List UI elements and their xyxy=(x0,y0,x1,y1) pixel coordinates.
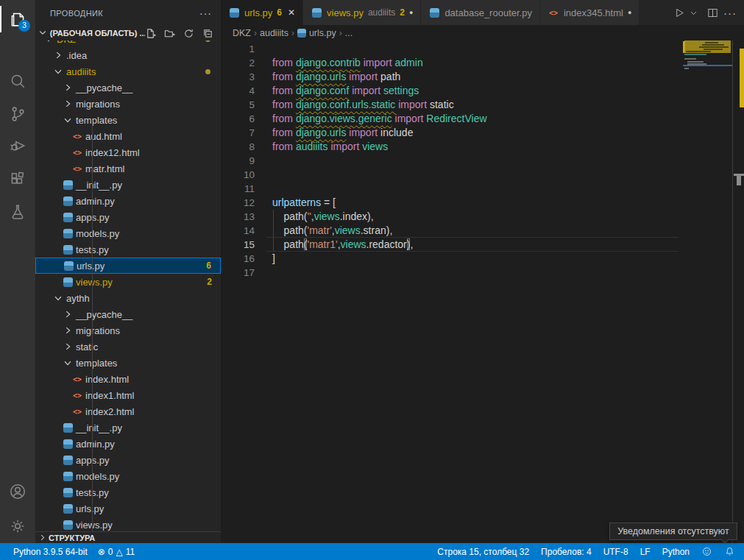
tree-item-migrations[interactable]: migrations xyxy=(35,96,221,112)
tree-item-templates[interactable]: templates xyxy=(35,112,221,128)
run-dropdown-chevron-icon[interactable] xyxy=(690,9,698,17)
modified-dot-icon[interactable]: ● xyxy=(409,9,413,16)
tree-item-__init__.py[interactable]: __init__.py xyxy=(35,419,221,436)
status-eol[interactable]: LF xyxy=(640,547,651,557)
tab-database_roouter.py[interactable]: database_roouter.py xyxy=(421,0,540,25)
tree-item-admin.py[interactable]: admin.py xyxy=(35,193,221,209)
code-line-5[interactable]: 5from django.conf.urls.static import sta… xyxy=(221,98,683,112)
tree-item-apps.py[interactable]: apps.py xyxy=(35,452,221,468)
tree-item-index.html[interactable]: <>index.html xyxy=(35,371,221,387)
status-language-mode[interactable]: Python xyxy=(662,547,690,557)
status-problems[interactable]: ⊗0△11 xyxy=(98,547,135,557)
code-line-7[interactable]: 7from django.urls import include xyxy=(221,126,683,140)
tree-item-static[interactable]: static xyxy=(35,339,221,355)
split-editor-icon[interactable] xyxy=(706,7,719,19)
breadcrumb-item[interactable]: ... xyxy=(345,28,352,38)
code-line-2[interactable]: 2from django.contrib import admin xyxy=(221,56,683,70)
sidebar-title: ПРОВОДНИК xyxy=(50,9,103,18)
modified-dot-icon[interactable]: ● xyxy=(628,9,631,16)
line-number: 17 xyxy=(221,266,255,280)
minimap[interactable] xyxy=(683,40,732,543)
code-line-14[interactable]: 14 path('matr',views.stran), xyxy=(221,224,683,238)
code-line-10[interactable]: 10 xyxy=(221,168,683,182)
tree-item-urls.py[interactable]: urls.py xyxy=(35,500,221,517)
tree-item-apps.py[interactable]: apps.py xyxy=(35,209,221,225)
new-folder-icon[interactable] xyxy=(164,28,175,39)
tree-item-templates[interactable]: templates xyxy=(35,355,221,371)
code-line-17[interactable]: 17 xyxy=(221,266,683,280)
code-line-6[interactable]: 6from django.views.generic import Redire… xyxy=(221,112,683,126)
more-actions-icon[interactable]: ··· xyxy=(723,7,737,19)
code-line-3[interactable]: 3from django.urls import path xyxy=(221,70,683,84)
modified-dot xyxy=(205,69,210,74)
testing-icon[interactable] xyxy=(0,196,35,228)
breadcrumb-item[interactable]: DKZ xyxy=(233,28,251,38)
tree-item-aud.html[interactable]: <>aud.html xyxy=(35,128,221,144)
sidebar-explorer: ПРОВОДНИК ··· (РАБОЧАЯ ОБЛАСТЬ) ... DKZ.… xyxy=(35,0,221,543)
source-control-icon[interactable] xyxy=(0,98,35,130)
search-icon[interactable] xyxy=(0,65,35,97)
tree-item-__pycache__[interactable]: __pycache__ xyxy=(35,79,221,96)
code-line-16[interactable]: 16] xyxy=(221,252,683,266)
collapse-all-icon[interactable] xyxy=(202,28,213,39)
tree-item-.idea[interactable]: .idea xyxy=(35,47,221,63)
tree-item-models.py[interactable]: models.py xyxy=(35,225,221,241)
status-indentation[interactable]: Пробелов: 4 xyxy=(541,547,592,557)
run-button-icon[interactable] xyxy=(673,7,685,19)
errors-icon: ⊗ xyxy=(98,547,105,557)
outline-section-header[interactable]: СТРУКТУРА xyxy=(35,531,221,543)
overview-ruler[interactable] xyxy=(732,40,744,543)
tree-item-tests.py[interactable]: tests.py xyxy=(35,241,221,258)
tree-item-matr.html[interactable]: <>matr.html xyxy=(35,160,221,177)
tree-item-models.py[interactable]: models.py xyxy=(35,468,221,484)
tab-index345.html[interactable]: <>index345.html● xyxy=(540,0,640,25)
line-number: 1 xyxy=(221,42,255,56)
code-line-9[interactable]: 9 xyxy=(221,154,683,168)
run-and-debug-icon[interactable] xyxy=(0,130,35,162)
code-editor[interactable]: 12from django.contrib import admin3from … xyxy=(221,40,744,543)
tab-urls.py[interactable]: urls.py6✕ xyxy=(221,0,303,25)
problems-badge: 2 xyxy=(207,277,212,287)
tree-item-migrations[interactable]: migrations xyxy=(35,322,221,339)
tree-item-aythh[interactable]: aythh xyxy=(35,290,221,306)
tree-item-urls.py[interactable]: urls.py6 xyxy=(35,258,221,274)
sidebar-more-actions-icon[interactable]: ··· xyxy=(199,7,212,19)
tree-item-index1.html[interactable]: <>index1.html xyxy=(35,387,221,403)
tree-item-__pycache__[interactable]: __pycache__ xyxy=(35,306,221,322)
explorer-icon[interactable]: 3 xyxy=(0,3,35,35)
refresh-icon[interactable] xyxy=(183,28,194,39)
tab-views.py[interactable]: views.pyaudiiits2● xyxy=(303,0,421,25)
code-line-11[interactable]: 11 xyxy=(221,182,683,196)
tree-item-index2.html[interactable]: <>index2.html xyxy=(35,403,221,419)
close-icon[interactable]: ✕ xyxy=(288,7,295,18)
tree-item-audiiits[interactable]: audiiits xyxy=(35,63,221,79)
breadcrumb-item[interactable]: audiiits xyxy=(260,28,288,38)
status-encoding[interactable]: UTF-8 xyxy=(603,547,628,557)
tree-item-views.py[interactable]: views.py2 xyxy=(35,274,221,290)
extensions-icon[interactable] xyxy=(0,163,35,196)
tree-item-views.py[interactable]: views.py xyxy=(35,517,221,531)
line-number: 13 xyxy=(221,210,255,224)
tree-item-__init__.py[interactable]: __init__.py xyxy=(35,177,221,193)
notifications-bell-icon[interactable] xyxy=(724,546,735,557)
tree-item-index12.html[interactable]: <>index12.html xyxy=(35,144,221,160)
tree-item-tests.py[interactable]: tests.py xyxy=(35,484,221,500)
settings-gear-icon[interactable] xyxy=(0,510,35,542)
status-cursor-position[interactable]: Строка 15, столбец 32 xyxy=(437,547,529,557)
status-python-interpreter[interactable]: Python 3.9.5 64-bit xyxy=(13,547,88,557)
code-line-15[interactable]: 15 path('matr1',views.redactor), xyxy=(221,238,683,252)
minimap-warning-block xyxy=(684,40,731,53)
new-file-icon[interactable] xyxy=(145,28,156,39)
overview-ruler-warning-strip xyxy=(740,49,744,107)
code-line-13[interactable]: 13 path('',views.index), xyxy=(221,210,683,224)
code-line-12[interactable]: 12urlpatterns = [ xyxy=(221,196,683,210)
workspace-section-header[interactable]: (РАБОЧАЯ ОБЛАСТЬ) ... xyxy=(35,26,221,40)
code-line-1[interactable]: 1 xyxy=(221,42,683,56)
tree-item-DKZ[interactable]: DKZ xyxy=(35,40,221,47)
code-line-4[interactable]: 4from django.conf import settings xyxy=(221,84,683,98)
tree-item-admin.py[interactable]: admin.py xyxy=(35,436,221,452)
feedback-icon[interactable] xyxy=(701,546,712,557)
code-line-8[interactable]: 8from audiiits import views xyxy=(221,140,683,154)
breadcrumb-item[interactable]: urls.py xyxy=(309,28,336,38)
account-icon[interactable] xyxy=(0,475,35,508)
